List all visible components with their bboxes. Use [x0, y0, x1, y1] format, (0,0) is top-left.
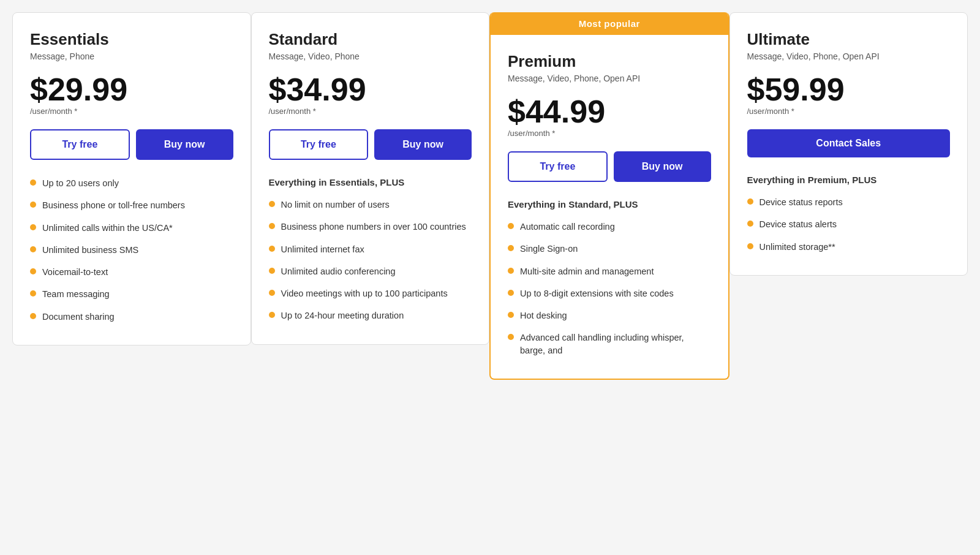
feature-text: No limit on number of users — [281, 198, 390, 211]
plan-card-standard: StandardMessage, Video, Phone$34.99/user… — [251, 12, 490, 345]
feature-text: Device status alerts — [760, 218, 837, 230]
plan-name-premium: Premium — [508, 52, 711, 71]
plan-tagline-ultimate: Message, Video, Phone, Open API — [747, 51, 951, 61]
bullet-icon — [508, 223, 514, 229]
feature-text: Up to 20 users only — [42, 177, 119, 189]
plus-label-premium: Everything in Standard, PLUS — [508, 199, 711, 210]
bullet-icon — [747, 243, 753, 249]
try-free-button-standard[interactable]: Try free — [269, 129, 369, 160]
plan-price-sub-standard: /user/month * — [269, 107, 472, 116]
feature-text: Automatic call recording — [520, 221, 615, 233]
feature-text: Unlimited business SMS — [42, 244, 138, 256]
bullet-icon — [269, 268, 275, 274]
bullet-icon — [269, 223, 275, 229]
contact-sales-button[interactable]: Contact Sales — [747, 129, 951, 157]
plan-price-sub-ultimate: /user/month * — [747, 107, 951, 116]
feature-text: Unlimited internet fax — [281, 243, 364, 255]
plan-name-standard: Standard — [269, 30, 472, 49]
list-item: Up to 20 users only — [30, 177, 233, 189]
list-item: Up to 8-digit extensions with site codes — [508, 287, 711, 300]
bullet-icon — [747, 198, 753, 205]
bullet-icon — [269, 290, 275, 296]
list-item: No limit on number of users — [269, 198, 472, 211]
bullet-icon — [30, 202, 36, 208]
list-item: Unlimited audio conferencing — [269, 265, 472, 278]
bullet-icon — [30, 268, 36, 274]
try-free-button-essentials[interactable]: Try free — [30, 129, 130, 160]
plan-tagline-standard: Message, Video, Phone — [269, 51, 472, 61]
list-item: Device status alerts — [747, 218, 951, 230]
feature-text: Unlimited calls within the US/CA* — [42, 222, 173, 234]
buy-now-button-premium[interactable]: Buy now — [614, 151, 711, 182]
bullet-icon — [269, 246, 275, 252]
feature-text: Up to 24-hour meeting duration — [281, 309, 404, 322]
bullet-icon — [269, 312, 275, 318]
list-item: Up to 24-hour meeting duration — [269, 309, 472, 322]
plan-price-essentials: $29.99 — [30, 74, 233, 105]
feature-text: Video meetings with up to 100 participan… — [281, 287, 448, 300]
list-item: Unlimited storage** — [747, 241, 951, 253]
feature-list-standard: No limit on number of users Business pho… — [269, 198, 472, 322]
feature-text: Hot desking — [520, 309, 567, 322]
feature-text: Multi-site admin and management — [520, 265, 654, 278]
feature-text: Unlimited audio conferencing — [281, 265, 396, 278]
list-item: Team messaging — [30, 288, 233, 300]
bullet-icon — [30, 224, 36, 230]
buy-now-button-standard[interactable]: Buy now — [374, 129, 472, 160]
bullet-icon — [30, 313, 36, 319]
plan-name-ultimate: Ultimate — [747, 30, 951, 49]
list-item: Unlimited calls within the US/CA* — [30, 222, 233, 234]
plus-label-ultimate: Everything in Premium, PLUS — [747, 175, 951, 185]
feature-text: Single Sign-on — [520, 243, 578, 255]
popular-badge: Most popular — [491, 12, 728, 35]
list-item: Document sharing — [30, 311, 233, 323]
bullet-icon — [508, 245, 514, 251]
feature-list-premium: Automatic call recording Single Sign-on … — [508, 221, 711, 357]
plan-card-essentials: EssentialsMessage, Phone$29.99/user/mont… — [12, 12, 251, 345]
bullet-icon — [508, 312, 514, 318]
feature-list-essentials: Up to 20 users only Business phone or to… — [30, 177, 233, 323]
bullet-icon — [508, 268, 514, 274]
list-item: Hot desking — [508, 309, 711, 322]
plan-price-sub-essentials: /user/month * — [30, 107, 233, 116]
list-item: Business phone or toll-free numbers — [30, 199, 233, 211]
buy-now-button-essentials[interactable]: Buy now — [136, 129, 233, 160]
plan-price-premium: $44.99 — [508, 96, 711, 127]
feature-text: Business phone or toll-free numbers — [42, 199, 185, 211]
plan-price-standard: $34.99 — [269, 74, 472, 105]
list-item: Multi-site admin and management — [508, 265, 711, 278]
plan-card-premium: Most popularPremiumMessage, Video, Phone… — [489, 12, 729, 380]
list-item: Video meetings with up to 100 participan… — [269, 287, 472, 300]
feature-text: Team messaging — [42, 288, 110, 300]
list-item: Device status reports — [747, 196, 951, 208]
list-item: Business phone numbers in over 100 count… — [269, 221, 472, 233]
plan-price-ultimate: $59.99 — [747, 74, 951, 105]
feature-list-ultimate: Device status reports Device status aler… — [747, 196, 951, 253]
feature-text: Voicemail-to-text — [42, 266, 108, 278]
list-item: Automatic call recording — [508, 221, 711, 233]
feature-text: Up to 8-digit extensions with site codes — [520, 287, 674, 300]
feature-text: Advanced call handling including whisper… — [520, 331, 711, 357]
bullet-icon — [30, 246, 36, 252]
feature-text: Device status reports — [760, 196, 843, 208]
list-item: Single Sign-on — [508, 243, 711, 255]
plan-tagline-essentials: Message, Phone — [30, 51, 233, 61]
bullet-icon — [269, 201, 275, 207]
try-free-button-premium[interactable]: Try free — [508, 151, 608, 182]
feature-text: Unlimited storage** — [760, 241, 835, 253]
bullet-icon — [508, 290, 514, 296]
feature-text: Document sharing — [42, 311, 115, 323]
list-item: Unlimited internet fax — [269, 243, 472, 255]
plan-card-ultimate: UltimateMessage, Video, Phone, Open API$… — [729, 12, 968, 276]
bullet-icon — [30, 179, 36, 186]
list-item: Voicemail-to-text — [30, 266, 233, 278]
plan-tagline-premium: Message, Video, Phone, Open API — [508, 74, 711, 83]
list-item: Unlimited business SMS — [30, 244, 233, 256]
feature-text: Business phone numbers in over 100 count… — [281, 221, 466, 233]
list-item: Advanced call handling including whisper… — [508, 331, 711, 357]
bullet-icon — [747, 221, 753, 227]
bullet-icon — [508, 334, 514, 340]
plan-price-sub-premium: /user/month * — [508, 129, 711, 138]
pricing-container: EssentialsMessage, Phone$29.99/user/mont… — [12, 12, 968, 380]
bullet-icon — [30, 290, 36, 296]
